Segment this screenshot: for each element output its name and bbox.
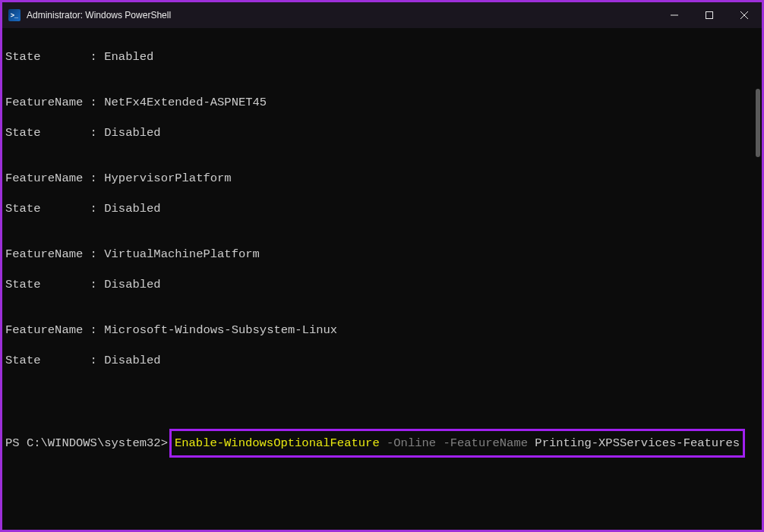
minimize-icon: [671, 11, 678, 19]
powershell-icon: >_: [8, 9, 21, 21]
powershell-window: >_ Administrator: Windows PowerShell Sta…: [0, 0, 764, 532]
maximize-button[interactable]: [692, 2, 727, 28]
prompt-prefix: PS C:\WINDOWS\system32>: [5, 436, 168, 451]
minimize-button[interactable]: [657, 2, 692, 28]
close-button[interactable]: [727, 2, 762, 28]
output-line: State : Disabled: [5, 125, 759, 140]
cmdlet-name: Enable-WindowsOptionalFeature: [175, 436, 380, 450]
window-title: Administrator: Windows PowerShell: [27, 10, 171, 20]
terminal-output[interactable]: State : Enabled FeatureName : NetFx4Exte…: [2, 28, 762, 530]
output-line: State : Enabled: [5, 49, 759, 65]
output-line: FeatureName : Microsoft-Windows-Subsyste…: [5, 323, 759, 338]
window-controls: [657, 2, 762, 28]
output-line: State : Disabled: [5, 277, 759, 292]
prompt-line: PS C:\WINDOWS\system32>Enable-WindowsOpt…: [5, 429, 759, 458]
output-line: State : Disabled: [5, 201, 759, 216]
param-featurename: -FeatureName: [436, 436, 528, 450]
output-line: State : Disabled: [5, 353, 759, 368]
output-line: FeatureName : HypervisorPlatform: [5, 171, 759, 186]
output-line: FeatureName : VirtualMachinePlatform: [5, 247, 759, 262]
feature-arg: Printing-XPSServices-Features: [528, 436, 740, 450]
scrollbar-thumb[interactable]: [756, 89, 760, 157]
titlebar-left: >_ Administrator: Windows PowerShell: [8, 9, 171, 21]
output-line: FeatureName : NetFx4Extended-ASPNET45: [5, 95, 759, 110]
param-online: -Online: [380, 436, 436, 450]
close-icon: [740, 11, 748, 19]
svg-rect-1: [706, 12, 713, 19]
maximize-icon: [706, 11, 713, 19]
command-highlight: Enable-WindowsOptionalFeature -Online -F…: [169, 429, 745, 458]
titlebar[interactable]: >_ Administrator: Windows PowerShell: [2, 2, 762, 28]
